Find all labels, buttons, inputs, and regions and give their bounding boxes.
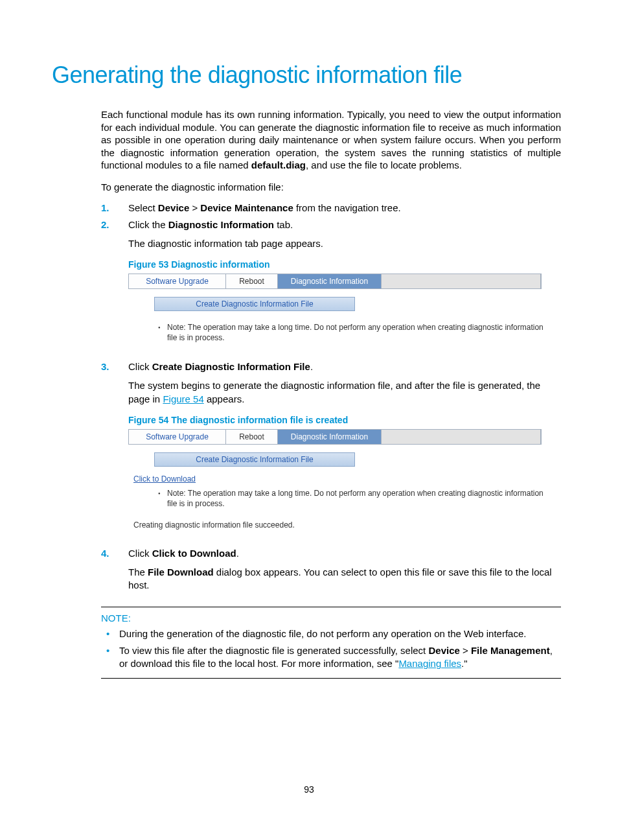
s4-file-download: File Download: [148, 566, 214, 578]
step-2-text: Click the Diagnostic Information tab.: [128, 219, 293, 230]
note-item-1: During the generation of the diagnostic …: [101, 627, 561, 640]
s3-sub-b: appears.: [204, 393, 245, 404]
intro-text-c: , and use the file to locate problems.: [306, 159, 462, 170]
step-3-sub: The system begins to generate the diagno…: [128, 379, 561, 406]
s3-c: .: [310, 361, 313, 372]
s1-device: Device: [158, 202, 189, 213]
figure-54-caption: Figure 54 The diagnostic information fil…: [128, 415, 561, 425]
step-3: 3. Click Create Diagnostic Information F…: [101, 361, 561, 530]
step-3-text: Click Create Diagnostic Information File…: [128, 361, 313, 372]
intro-lead: To generate the diagnostic information f…: [101, 181, 561, 194]
tab-software-upgrade-2[interactable]: Software Upgrade: [129, 430, 226, 444]
step-2: 2. Click the Diagnostic Information tab.…: [101, 219, 561, 343]
s4-c: .: [236, 548, 239, 559]
s2-diagnostic-info: Diagnostic Information: [168, 219, 274, 230]
tab-reboot-2[interactable]: Reboot: [226, 430, 278, 444]
s4-click-to-download: Click to Download: [152, 548, 236, 559]
n2-device: Device: [428, 645, 459, 656]
s2-c: tab.: [274, 219, 293, 230]
n2-file-management: File Management: [471, 645, 550, 656]
intro-paragraph: Each functional module has its own runni…: [101, 108, 561, 172]
s3-create-btn-label: Create Diagnostic Information File: [152, 361, 310, 372]
s1-device-maintenance: Device Maintenance: [200, 202, 293, 213]
click-to-download-link[interactable]: Click to Download: [133, 474, 542, 484]
s4-a: Click: [128, 548, 152, 559]
screenshot-note: Note: The operation may take a long time…: [158, 323, 549, 343]
n2-sep: >: [460, 645, 471, 656]
note-item-2: To view this file after the diagnostic f…: [101, 644, 561, 671]
figure-53-screenshot: Software Upgrade Reboot Diagnostic Infor…: [128, 274, 542, 343]
figure-54-link[interactable]: Figure 54: [163, 393, 203, 404]
s1-sep: >: [189, 202, 200, 213]
tab-diagnostic-information-2[interactable]: Diagnostic Information: [278, 430, 382, 444]
default-diag-filename: default.diag: [251, 159, 306, 170]
step-2-number: 2.: [101, 219, 109, 230]
step-1-number: 1.: [101, 202, 109, 213]
create-diagnostic-file-button-2[interactable]: Create Diagnostic Information File: [154, 452, 355, 467]
s4-sub-a: The: [128, 566, 148, 578]
managing-files-link[interactable]: Managing files: [398, 658, 461, 669]
step-4-number: 4.: [101, 548, 109, 559]
figure-53-caption: Figure 53 Diagnostic information: [128, 259, 561, 270]
step-1-text: Select Device > Device Maintenance from …: [128, 202, 401, 213]
n2-a: To view this file after the diagnostic f…: [119, 645, 428, 656]
tab-bar: Software Upgrade Reboot Diagnostic Infor…: [128, 274, 542, 289]
tab-software-upgrade[interactable]: Software Upgrade: [129, 274, 226, 288]
note-box: NOTE: During the generation of the diagn…: [101, 607, 561, 679]
tab-reboot[interactable]: Reboot: [226, 274, 278, 288]
s1-a: Select: [128, 202, 158, 213]
step-4-text: Click Click to Download.: [128, 548, 239, 559]
page-number: 93: [0, 784, 618, 795]
step-4: 4. Click Click to Download. The File Dow…: [101, 548, 561, 592]
tab-bar-spacer-2: [382, 430, 541, 444]
step-2-sub: The diagnostic information tab page appe…: [128, 237, 561, 250]
n2-f: .": [461, 658, 468, 669]
step-4-sub: The File Download dialog box appears. Yo…: [128, 566, 561, 592]
tab-bar-2: Software Upgrade Reboot Diagnostic Infor…: [128, 429, 542, 445]
step-1: 1. Select Device > Device Maintenance fr…: [101, 202, 561, 214]
s3-a: Click: [128, 361, 152, 372]
tab-diagnostic-information[interactable]: Diagnostic Information: [278, 274, 382, 288]
s1-e: from the navigation tree.: [293, 202, 401, 213]
figure-54-screenshot: Software Upgrade Reboot Diagnostic Infor…: [128, 429, 542, 530]
note-label: NOTE:: [101, 612, 561, 624]
tab-bar-spacer: [382, 274, 541, 288]
create-diagnostic-file-button[interactable]: Create Diagnostic Information File: [154, 297, 355, 311]
s2-a: Click the: [128, 219, 168, 230]
page-title: Generating the diagnostic information fi…: [52, 62, 560, 89]
screenshot-note-2: Note: The operation may take a long time…: [158, 489, 549, 509]
creation-succeeded-status: Creating diagnostic information file suc…: [133, 520, 542, 530]
step-3-number: 3.: [101, 361, 109, 372]
